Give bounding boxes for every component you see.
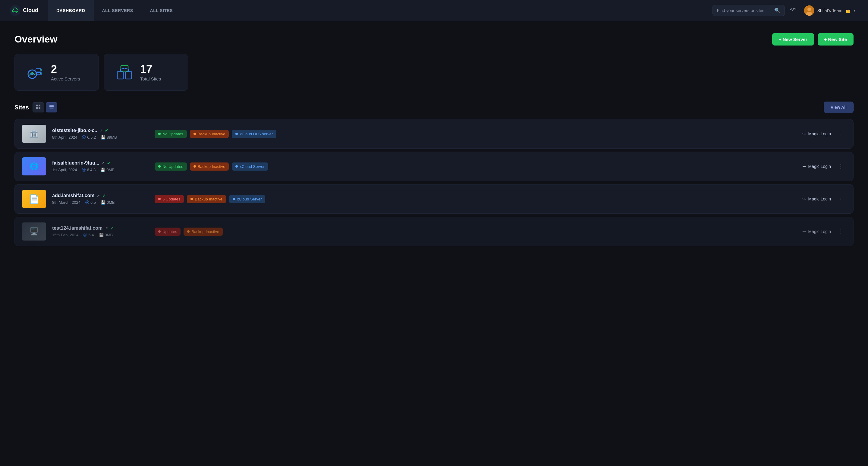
site-name-row: add.iamshifat.com ↗ ✔	[52, 193, 149, 198]
search-input[interactable]	[717, 8, 772, 13]
activity-icon[interactable]	[789, 6, 796, 14]
server-badge: xCloud Server	[229, 195, 265, 203]
status-check-icon: ✔	[107, 161, 111, 165]
site-wp-version: Ⓦ 6.4.3	[82, 167, 96, 173]
site-db-size: 💾 0MB	[100, 167, 115, 172]
site-actions: ↪ Magic Login ⋮	[802, 194, 846, 204]
list-view-button[interactable]	[46, 102, 57, 113]
svg-point-5	[31, 73, 33, 75]
site-name-row: faisalblueprin-9tuu... ↗ ✔	[52, 160, 149, 166]
updates-badge: Updates	[155, 227, 181, 236]
magic-login-button[interactable]: ↪ Magic Login	[802, 164, 831, 169]
site-wp-version: Ⓦ 6.5	[85, 200, 96, 205]
magic-login-button[interactable]: ↪ Magic Login	[802, 131, 831, 136]
magic-login-button[interactable]: ↪ Magic Login	[802, 229, 831, 234]
logo-text: Cloud	[23, 7, 38, 13]
active-servers-info: 2 Active Servers	[51, 63, 80, 82]
search-box[interactable]: 🔍	[712, 5, 785, 16]
site-db-size: 💾 89MB	[101, 135, 117, 139]
magic-login-icon: ↪	[802, 196, 806, 201]
site-thumbnail: 🖥️	[22, 222, 46, 241]
site-badges: 5 Updates Backup Inactive xCloud Server	[155, 195, 796, 203]
status-check-icon: ✔	[110, 226, 114, 230]
external-link-icon[interactable]: ↗	[105, 226, 108, 230]
grid-view-button[interactable]	[33, 102, 44, 113]
db-icon: 💾	[100, 167, 105, 172]
main-content: Overview + New Server + New Site 2 Activ…	[0, 21, 868, 261]
sites-icon	[115, 63, 134, 82]
list-icon	[49, 104, 54, 110]
server-badge: xCloud OLS server	[232, 130, 276, 138]
nav-all-servers[interactable]: ALL SERVERS	[94, 0, 142, 21]
page-title: Overview	[14, 34, 57, 45]
wp-icon: Ⓦ	[83, 232, 87, 238]
site-wp-version: Ⓦ 6.4	[83, 232, 94, 238]
external-link-icon[interactable]: ↗	[97, 193, 100, 198]
backup-badge: Backup Inactive	[184, 227, 223, 236]
table-row: 📄 add.iamshifat.com ↗ ✔ 8th March, 2024 …	[14, 184, 854, 214]
site-thumbnail: 🏛️	[22, 125, 46, 143]
site-date: 1st April, 2024	[52, 167, 77, 172]
site-db-size: 💾 0MB	[101, 200, 115, 205]
view-toggle	[33, 102, 57, 113]
magic-login-icon: ↪	[802, 164, 806, 169]
action-buttons: + New Server + New Site	[772, 33, 854, 45]
db-icon: 💾	[99, 233, 104, 237]
site-name: test124.iamshifat.com	[52, 225, 102, 231]
site-info: test124.iamshifat.com ↗ ✔ 15th Feb, 2024…	[52, 225, 149, 238]
new-site-button[interactable]: + New Site	[818, 33, 854, 45]
external-link-icon[interactable]: ↗	[101, 161, 104, 165]
svg-rect-23	[50, 107, 54, 108]
view-all-button[interactable]: View All	[824, 101, 854, 113]
badge-dot	[233, 198, 235, 200]
external-link-icon[interactable]: ↗	[99, 128, 102, 133]
badge-dot	[193, 133, 196, 135]
svg-rect-17	[36, 104, 38, 106]
status-check-icon: ✔	[105, 128, 108, 133]
site-name: faisalblueprin-9tuu...	[52, 160, 99, 166]
nav-all-sites[interactable]: ALL SITES	[142, 0, 181, 21]
sites-list: 🏛️ olstestsite-jibo.x-c.. ↗ ✔ 8th April,…	[14, 119, 854, 249]
site-badges: Updates Backup Inactive	[155, 227, 796, 236]
nav-right: 🔍 Shifat's Team 👑 ▾	[712, 4, 858, 18]
badge-dot	[158, 133, 161, 135]
svg-rect-20	[38, 107, 40, 109]
active-servers-label: Active Servers	[51, 76, 80, 82]
site-info: add.iamshifat.com ↗ ✔ 8th March, 2024 Ⓦ …	[52, 193, 149, 205]
more-options-button[interactable]: ⋮	[836, 162, 846, 171]
chevron-down-icon: ▾	[854, 8, 855, 13]
table-row: 🖥️ test124.iamshifat.com ↗ ✔ 15th Feb, 2…	[14, 217, 854, 246]
site-meta: 1st April, 2024 Ⓦ 6.4.3 💾 0MB	[52, 167, 149, 173]
sites-header: Sites	[14, 101, 854, 113]
site-date: 8th April, 2024	[52, 135, 77, 139]
site-meta: 15th Feb, 2024 Ⓦ 6.4 💾 0MB	[52, 232, 149, 238]
site-info: olstestsite-jibo.x-c.. ↗ ✔ 8th April, 20…	[52, 128, 149, 140]
logo[interactable]: Cloud	[10, 5, 38, 16]
badge-dot	[236, 133, 238, 135]
svg-rect-22	[50, 106, 54, 107]
table-row: 🌐 faisalblueprin-9tuu... ↗ ✔ 1st April, …	[14, 152, 854, 181]
badge-dot	[193, 165, 196, 167]
new-server-button[interactable]: + New Server	[772, 33, 814, 45]
db-icon: 💾	[101, 200, 105, 205]
search-icon: 🔍	[774, 7, 780, 13]
magic-login-button[interactable]: ↪ Magic Login	[802, 196, 831, 201]
site-info: faisalblueprin-9tuu... ↗ ✔ 1st April, 20…	[52, 160, 149, 173]
thumbnail-image: 📄	[22, 190, 46, 208]
site-meta: 8th April, 2024 Ⓦ 6.5.2 💾 89MB	[52, 135, 149, 140]
db-icon: 💾	[101, 135, 105, 139]
overview-header: Overview + New Server + New Site	[14, 33, 854, 45]
svg-rect-10	[117, 72, 123, 79]
more-options-button[interactable]: ⋮	[836, 227, 846, 236]
user-area[interactable]: Shifat's Team 👑 ▾	[801, 4, 858, 18]
status-badge: No Updates	[155, 162, 187, 170]
nav-dashboard[interactable]: DASHBOARD	[48, 0, 94, 21]
more-options-button[interactable]: ⋮	[836, 129, 846, 138]
svg-rect-19	[36, 107, 38, 109]
badge-dot	[236, 165, 238, 167]
status-check-icon: ✔	[102, 193, 106, 198]
wp-icon: Ⓦ	[82, 167, 86, 173]
site-badges: No Updates Backup Inactive xCloud Server	[155, 162, 796, 170]
site-wp-version: Ⓦ 6.5.2	[82, 135, 96, 140]
more-options-button[interactable]: ⋮	[836, 194, 846, 204]
